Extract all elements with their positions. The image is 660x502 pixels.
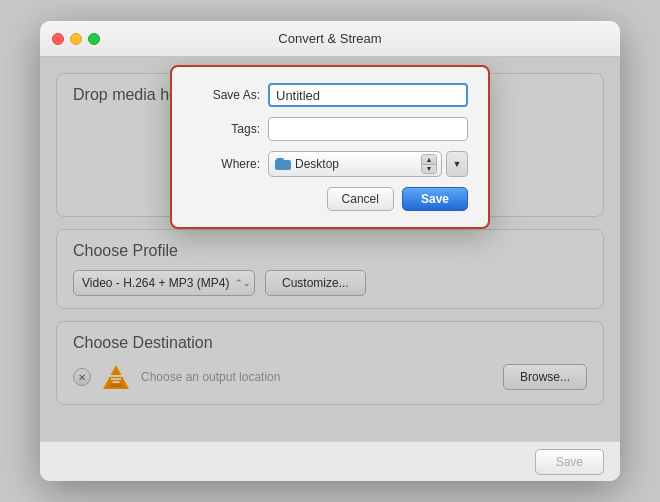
tags-label: Tags: <box>192 122 260 136</box>
tags-row: Tags: <box>192 117 468 141</box>
stepper-down[interactable]: ▼ <box>422 165 436 174</box>
where-label: Where: <box>192 157 260 171</box>
dialog-buttons: Cancel Save <box>192 187 468 211</box>
footer-save-button[interactable]: Save <box>535 449 604 475</box>
window-footer: Save <box>40 441 620 481</box>
dialog-backdrop: Save As: Tags: Where: Desktop ▲ <box>40 57 620 441</box>
where-value: Desktop <box>295 157 417 171</box>
traffic-lights <box>52 33 100 45</box>
cancel-button[interactable]: Cancel <box>327 187 394 211</box>
titlebar: Convert & Stream <box>40 21 620 57</box>
folder-icon <box>275 158 291 170</box>
save-dialog: Save As: Tags: Where: Desktop ▲ <box>170 65 490 229</box>
save-dialog-button[interactable]: Save <box>402 187 468 211</box>
window-body: Save As: Tags: Where: Desktop ▲ <box>40 57 620 441</box>
where-dropdown[interactable]: Desktop ▲ ▼ <box>268 151 442 177</box>
where-stepper[interactable]: ▲ ▼ <box>421 154 437 174</box>
stepper-up[interactable]: ▲ <box>422 155 436 165</box>
save-as-label: Save As: <box>192 88 260 102</box>
where-expand-button[interactable]: ▼ <box>446 151 468 177</box>
minimize-button[interactable] <box>70 33 82 45</box>
save-as-row: Save As: <box>192 83 468 107</box>
tags-input[interactable] <box>268 117 468 141</box>
maximize-button[interactable] <box>88 33 100 45</box>
app-window: Convert & Stream Save As: Tags: Where: <box>40 21 620 481</box>
window-title: Convert & Stream <box>278 31 381 46</box>
save-as-input[interactable] <box>268 83 468 107</box>
where-row: Where: Desktop ▲ ▼ ▼ <box>192 151 468 177</box>
close-button[interactable] <box>52 33 64 45</box>
